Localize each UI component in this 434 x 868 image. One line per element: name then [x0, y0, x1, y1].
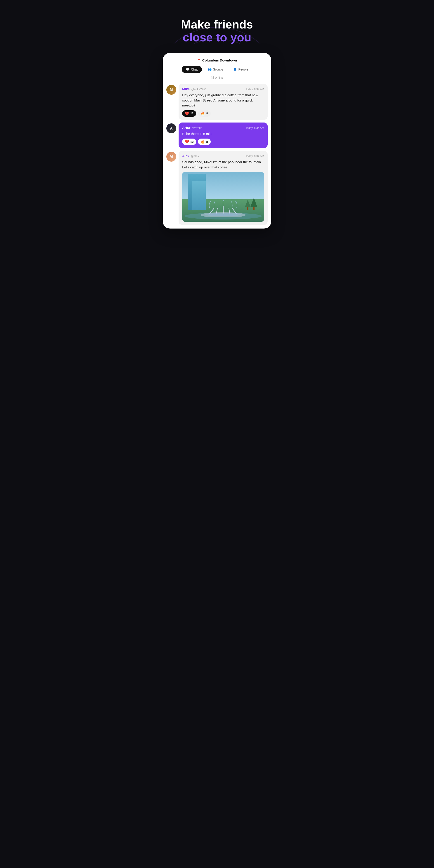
reaction-fire-mike[interactable]: 🔥 8	[198, 110, 211, 117]
tab-chat[interactable]: 💬 Chat	[182, 66, 202, 73]
online-count: 48 online	[163, 76, 271, 79]
tab-groups-label: Groups	[213, 68, 223, 71]
reaction-heart-mike[interactable]: ❤️ 12	[182, 110, 196, 117]
fire-emoji: 🔥	[201, 140, 205, 144]
location-icon: 📍	[197, 59, 201, 62]
username-alex: Alex	[182, 154, 189, 158]
text-alex: Sounds good, Mike! I'm at the park near …	[182, 160, 264, 170]
fountain-svg	[198, 199, 248, 217]
chat-icon: 💬	[186, 68, 190, 71]
message-bubble-mike: Mike @mike2991 Today, 8:34 AM Hey everyo…	[179, 84, 268, 120]
fire-emoji: 🔥	[201, 112, 205, 116]
avatar-alex: Al	[166, 152, 176, 162]
bubble-header: Artur @rtrpkp Today, 8:34 AM	[182, 126, 264, 129]
fire-count-mike: 8	[206, 112, 208, 115]
tree-right	[250, 198, 257, 210]
user-info: Artur @rtrpkp	[182, 126, 202, 129]
location-name: Columbus Downtown	[202, 58, 237, 62]
handle-artur: @rtrpkp	[192, 126, 202, 129]
hero-title: Make friends close to you	[168, 18, 266, 44]
reactions-mike: ❤️ 12 🔥 8	[182, 110, 264, 117]
tabs-row: 💬 Chat 👥 Groups 👤 People	[163, 66, 271, 73]
reactions-artur: ❤️ 12 🔥 8	[182, 138, 264, 145]
tab-people[interactable]: 👤 People	[229, 66, 252, 73]
hero-line2: close to you	[168, 31, 266, 44]
time-mike: Today, 8:34 AM	[246, 88, 264, 91]
message-bubble-alex: Alex @alex Today, 8:34 AM Sounds good, M…	[179, 151, 268, 225]
tab-groups[interactable]: 👥 Groups	[204, 66, 227, 73]
text-mike: Hey everyone, just grabbed a coffee from…	[182, 93, 264, 108]
hero-line1: Make friends	[168, 18, 266, 31]
svg-point-7	[210, 213, 237, 216]
user-info: Mike @mike2991	[182, 87, 207, 91]
text-artur: I'll be there in 5 min	[182, 131, 264, 136]
heart-emoji: ❤️	[185, 112, 189, 116]
app-card: 📍 Columbus Downtown 💬 Chat 👥 Groups 👤 Pe…	[163, 53, 271, 228]
time-alex: Today, 8:34 AM	[246, 155, 264, 158]
message-row: Al Alex @alex Today, 8:34 AM Sounds good…	[166, 151, 268, 225]
avatar-mike: M	[166, 85, 176, 95]
groups-icon: 👥	[208, 68, 212, 71]
bubble-header: Mike @mike2991 Today, 8:34 AM	[182, 87, 264, 91]
username-mike: Mike	[182, 87, 190, 91]
people-icon: 👤	[233, 68, 237, 71]
username-artur: Artur	[182, 126, 191, 129]
heart-count-artur: 12	[190, 140, 193, 144]
bubble-header: Alex @alex Today, 8:34 AM	[182, 154, 264, 158]
fountain-image	[182, 172, 264, 222]
location-bar: 📍 Columbus Downtown	[163, 58, 271, 62]
tab-people-label: People	[238, 68, 248, 71]
time-artur: Today, 8:34 AM	[246, 126, 264, 129]
messages-list: M Mike @mike2991 Today, 8:34 AM Hey ever…	[163, 84, 271, 228]
message-bubble-artur: Artur @rtrpkp Today, 8:34 AM I'll be the…	[179, 123, 268, 148]
tree-trunk	[253, 207, 254, 210]
tab-chat-label: Chat	[191, 68, 198, 71]
message-row: M Mike @mike2991 Today, 8:34 AM Hey ever…	[166, 84, 268, 120]
heart-count-mike: 12	[190, 112, 193, 115]
reaction-heart-artur[interactable]: ❤️ 12	[182, 138, 196, 145]
avatar-artur: A	[166, 123, 176, 133]
tree-top	[250, 198, 257, 207]
heart-emoji: ❤️	[185, 140, 189, 144]
handle-alex: @alex	[191, 154, 199, 158]
message-row: A Artur @rtrpkp Today, 8:34 AM I'll be t…	[166, 123, 268, 148]
hero-section: Make friends close to you	[163, 0, 271, 44]
fire-count-artur: 8	[206, 140, 208, 144]
reaction-fire-artur[interactable]: 🔥 8	[198, 138, 211, 145]
user-info: Alex @alex	[182, 154, 199, 158]
message-image-alex	[182, 172, 264, 222]
handle-mike: @mike2991	[191, 88, 207, 91]
